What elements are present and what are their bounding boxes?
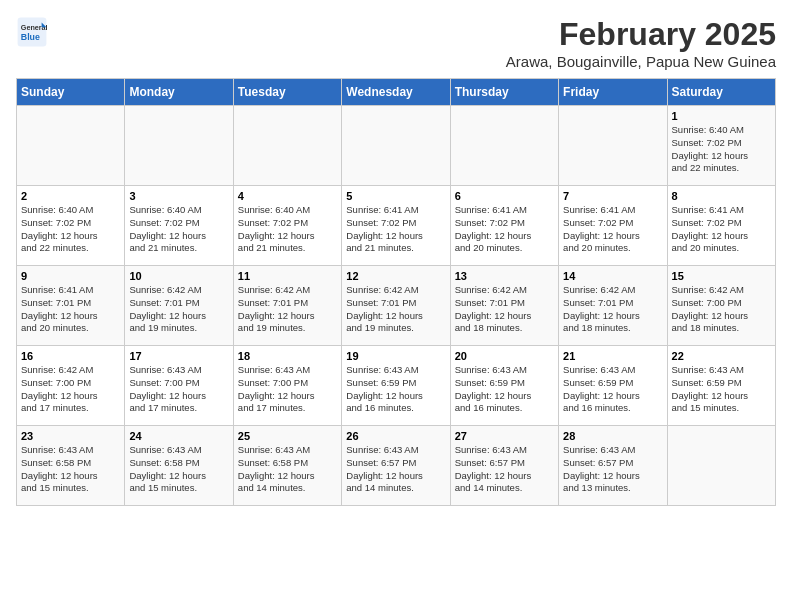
day-info: Sunrise: 6:40 AM Sunset: 7:02 PM Dayligh… bbox=[238, 204, 337, 255]
day-info: Sunrise: 6:43 AM Sunset: 6:59 PM Dayligh… bbox=[672, 364, 771, 415]
svg-text:Blue: Blue bbox=[21, 32, 40, 42]
header: General Blue February 2025 Arawa, Bougai… bbox=[16, 16, 776, 70]
calendar-cell: 19Sunrise: 6:43 AM Sunset: 6:59 PM Dayli… bbox=[342, 346, 450, 426]
calendar-cell: 21Sunrise: 6:43 AM Sunset: 6:59 PM Dayli… bbox=[559, 346, 667, 426]
weekday-header: Wednesday bbox=[342, 79, 450, 106]
calendar-cell: 8Sunrise: 6:41 AM Sunset: 7:02 PM Daylig… bbox=[667, 186, 775, 266]
day-number: 26 bbox=[346, 430, 445, 442]
weekday-header: Friday bbox=[559, 79, 667, 106]
day-number: 27 bbox=[455, 430, 554, 442]
weekday-header: Thursday bbox=[450, 79, 558, 106]
header-row: SundayMondayTuesdayWednesdayThursdayFrid… bbox=[17, 79, 776, 106]
day-info: Sunrise: 6:43 AM Sunset: 6:59 PM Dayligh… bbox=[563, 364, 662, 415]
calendar-cell: 5Sunrise: 6:41 AM Sunset: 7:02 PM Daylig… bbox=[342, 186, 450, 266]
main-title: February 2025 bbox=[506, 16, 776, 53]
day-info: Sunrise: 6:43 AM Sunset: 6:58 PM Dayligh… bbox=[129, 444, 228, 495]
day-number: 8 bbox=[672, 190, 771, 202]
day-number: 14 bbox=[563, 270, 662, 282]
day-number: 25 bbox=[238, 430, 337, 442]
day-number: 21 bbox=[563, 350, 662, 362]
calendar-cell bbox=[342, 106, 450, 186]
day-number: 1 bbox=[672, 110, 771, 122]
calendar-cell: 4Sunrise: 6:40 AM Sunset: 7:02 PM Daylig… bbox=[233, 186, 341, 266]
calendar-cell bbox=[559, 106, 667, 186]
day-number: 10 bbox=[129, 270, 228, 282]
day-info: Sunrise: 6:42 AM Sunset: 7:01 PM Dayligh… bbox=[455, 284, 554, 335]
calendar-week-row: 9Sunrise: 6:41 AM Sunset: 7:01 PM Daylig… bbox=[17, 266, 776, 346]
weekday-header: Tuesday bbox=[233, 79, 341, 106]
day-info: Sunrise: 6:43 AM Sunset: 6:59 PM Dayligh… bbox=[455, 364, 554, 415]
calendar-week-row: 16Sunrise: 6:42 AM Sunset: 7:00 PM Dayli… bbox=[17, 346, 776, 426]
calendar-cell: 13Sunrise: 6:42 AM Sunset: 7:01 PM Dayli… bbox=[450, 266, 558, 346]
day-number: 5 bbox=[346, 190, 445, 202]
day-info: Sunrise: 6:41 AM Sunset: 7:02 PM Dayligh… bbox=[672, 204, 771, 255]
day-info: Sunrise: 6:41 AM Sunset: 7:02 PM Dayligh… bbox=[455, 204, 554, 255]
day-number: 24 bbox=[129, 430, 228, 442]
day-info: Sunrise: 6:43 AM Sunset: 6:58 PM Dayligh… bbox=[21, 444, 120, 495]
calendar-cell: 15Sunrise: 6:42 AM Sunset: 7:00 PM Dayli… bbox=[667, 266, 775, 346]
subtitle: Arawa, Bougainville, Papua New Guinea bbox=[506, 53, 776, 70]
day-info: Sunrise: 6:40 AM Sunset: 7:02 PM Dayligh… bbox=[672, 124, 771, 175]
day-number: 17 bbox=[129, 350, 228, 362]
calendar-cell: 7Sunrise: 6:41 AM Sunset: 7:02 PM Daylig… bbox=[559, 186, 667, 266]
calendar-cell: 27Sunrise: 6:43 AM Sunset: 6:57 PM Dayli… bbox=[450, 426, 558, 506]
day-number: 7 bbox=[563, 190, 662, 202]
day-info: Sunrise: 6:43 AM Sunset: 6:58 PM Dayligh… bbox=[238, 444, 337, 495]
day-number: 20 bbox=[455, 350, 554, 362]
calendar-cell: 20Sunrise: 6:43 AM Sunset: 6:59 PM Dayli… bbox=[450, 346, 558, 426]
day-info: Sunrise: 6:43 AM Sunset: 6:57 PM Dayligh… bbox=[346, 444, 445, 495]
day-number: 11 bbox=[238, 270, 337, 282]
calendar-cell bbox=[17, 106, 125, 186]
day-info: Sunrise: 6:41 AM Sunset: 7:02 PM Dayligh… bbox=[563, 204, 662, 255]
calendar-cell: 24Sunrise: 6:43 AM Sunset: 6:58 PM Dayli… bbox=[125, 426, 233, 506]
calendar-cell: 9Sunrise: 6:41 AM Sunset: 7:01 PM Daylig… bbox=[17, 266, 125, 346]
calendar-cell: 14Sunrise: 6:42 AM Sunset: 7:01 PM Dayli… bbox=[559, 266, 667, 346]
day-info: Sunrise: 6:42 AM Sunset: 7:01 PM Dayligh… bbox=[129, 284, 228, 335]
day-number: 3 bbox=[129, 190, 228, 202]
calendar-cell: 23Sunrise: 6:43 AM Sunset: 6:58 PM Dayli… bbox=[17, 426, 125, 506]
day-info: Sunrise: 6:42 AM Sunset: 7:01 PM Dayligh… bbox=[238, 284, 337, 335]
day-info: Sunrise: 6:43 AM Sunset: 7:00 PM Dayligh… bbox=[238, 364, 337, 415]
calendar-cell: 1Sunrise: 6:40 AM Sunset: 7:02 PM Daylig… bbox=[667, 106, 775, 186]
day-info: Sunrise: 6:40 AM Sunset: 7:02 PM Dayligh… bbox=[129, 204, 228, 255]
day-number: 2 bbox=[21, 190, 120, 202]
day-number: 13 bbox=[455, 270, 554, 282]
calendar-cell bbox=[450, 106, 558, 186]
calendar-cell: 22Sunrise: 6:43 AM Sunset: 6:59 PM Dayli… bbox=[667, 346, 775, 426]
day-info: Sunrise: 6:42 AM Sunset: 7:00 PM Dayligh… bbox=[672, 284, 771, 335]
day-info: Sunrise: 6:42 AM Sunset: 7:01 PM Dayligh… bbox=[346, 284, 445, 335]
calendar-week-row: 23Sunrise: 6:43 AM Sunset: 6:58 PM Dayli… bbox=[17, 426, 776, 506]
day-number: 15 bbox=[672, 270, 771, 282]
calendar-cell: 16Sunrise: 6:42 AM Sunset: 7:00 PM Dayli… bbox=[17, 346, 125, 426]
day-info: Sunrise: 6:43 AM Sunset: 6:57 PM Dayligh… bbox=[563, 444, 662, 495]
calendar-cell: 11Sunrise: 6:42 AM Sunset: 7:01 PM Dayli… bbox=[233, 266, 341, 346]
calendar-cell: 2Sunrise: 6:40 AM Sunset: 7:02 PM Daylig… bbox=[17, 186, 125, 266]
day-number: 12 bbox=[346, 270, 445, 282]
day-info: Sunrise: 6:40 AM Sunset: 7:02 PM Dayligh… bbox=[21, 204, 120, 255]
day-info: Sunrise: 6:43 AM Sunset: 6:59 PM Dayligh… bbox=[346, 364, 445, 415]
calendar-cell: 28Sunrise: 6:43 AM Sunset: 6:57 PM Dayli… bbox=[559, 426, 667, 506]
day-info: Sunrise: 6:41 AM Sunset: 7:01 PM Dayligh… bbox=[21, 284, 120, 335]
calendar-cell bbox=[125, 106, 233, 186]
day-info: Sunrise: 6:41 AM Sunset: 7:02 PM Dayligh… bbox=[346, 204, 445, 255]
day-number: 16 bbox=[21, 350, 120, 362]
weekday-header: Monday bbox=[125, 79, 233, 106]
calendar-cell: 25Sunrise: 6:43 AM Sunset: 6:58 PM Dayli… bbox=[233, 426, 341, 506]
day-number: 19 bbox=[346, 350, 445, 362]
weekday-header: Sunday bbox=[17, 79, 125, 106]
calendar-cell: 17Sunrise: 6:43 AM Sunset: 7:00 PM Dayli… bbox=[125, 346, 233, 426]
day-info: Sunrise: 6:42 AM Sunset: 7:01 PM Dayligh… bbox=[563, 284, 662, 335]
calendar-week-row: 1Sunrise: 6:40 AM Sunset: 7:02 PM Daylig… bbox=[17, 106, 776, 186]
day-info: Sunrise: 6:43 AM Sunset: 6:57 PM Dayligh… bbox=[455, 444, 554, 495]
day-number: 28 bbox=[563, 430, 662, 442]
day-number: 22 bbox=[672, 350, 771, 362]
calendar-cell: 26Sunrise: 6:43 AM Sunset: 6:57 PM Dayli… bbox=[342, 426, 450, 506]
day-number: 23 bbox=[21, 430, 120, 442]
logo: General Blue bbox=[16, 16, 48, 48]
calendar-cell: 18Sunrise: 6:43 AM Sunset: 7:00 PM Dayli… bbox=[233, 346, 341, 426]
calendar-cell: 6Sunrise: 6:41 AM Sunset: 7:02 PM Daylig… bbox=[450, 186, 558, 266]
day-info: Sunrise: 6:42 AM Sunset: 7:00 PM Dayligh… bbox=[21, 364, 120, 415]
calendar-cell bbox=[233, 106, 341, 186]
calendar-week-row: 2Sunrise: 6:40 AM Sunset: 7:02 PM Daylig… bbox=[17, 186, 776, 266]
calendar-table: SundayMondayTuesdayWednesdayThursdayFrid… bbox=[16, 78, 776, 506]
